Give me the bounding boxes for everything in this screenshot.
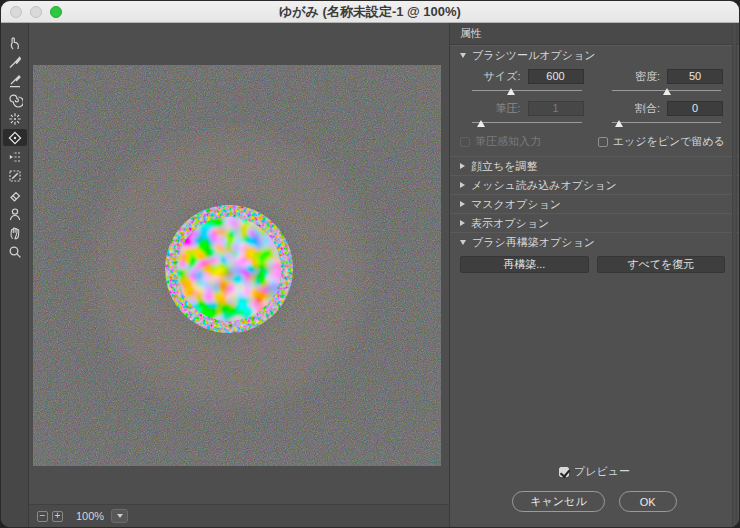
thaw-mask-icon: [7, 187, 23, 203]
size-label: サイズ:: [484, 69, 521, 84]
preview-checkbox[interactable]: プレビュー: [559, 464, 630, 479]
reconstruct-button[interactable]: 再構築...: [460, 256, 589, 273]
disclosure-closed-icon: [460, 201, 465, 207]
section-face-aware[interactable]: 顔立ちを調整: [450, 156, 739, 175]
pucker-tool[interactable]: [3, 110, 27, 127]
checkbox-icon: [598, 137, 608, 147]
slider-track: [612, 122, 722, 123]
checkbox-icon: [460, 137, 470, 147]
hand-icon: [7, 225, 23, 241]
restore-all-button[interactable]: すべてを復元: [597, 256, 726, 273]
dialog-content: − + 100% 属性 ブラシツールオプション サイズ:: [1, 23, 739, 527]
disclosure-closed-icon: [460, 182, 465, 188]
section-brush-tool-options[interactable]: ブラシツールオプション: [450, 45, 739, 64]
size-slider[interactable]: [472, 86, 582, 97]
slider-track: [472, 90, 582, 91]
thaw-mask-tool[interactable]: [3, 186, 27, 203]
reconstruct-icon: [7, 54, 23, 70]
stylus-pressure-checkbox: 筆圧感知入力: [460, 134, 541, 149]
zoom-window-button[interactable]: [50, 6, 62, 18]
density-input[interactable]: [667, 69, 723, 84]
bloat-icon: [7, 130, 23, 146]
reconstruct-tool[interactable]: [3, 53, 27, 70]
preview-checkbox-box: [559, 467, 569, 477]
minimize-button[interactable]: [30, 6, 42, 18]
zoom-level-value: 100%: [76, 510, 104, 522]
liquify-dialog: ゆがみ (名称未設定-1 @ 100%): [0, 0, 740, 528]
panel-title: 属性: [450, 23, 739, 45]
action-buttons: キャンセル OK: [512, 491, 676, 512]
zoom-icon: [7, 244, 23, 260]
pucker-icon: [7, 111, 23, 127]
smooth-tool[interactable]: [3, 72, 27, 89]
close-button[interactable]: [10, 6, 22, 18]
preview-label: プレビュー: [574, 464, 630, 479]
push-left-tool[interactable]: [3, 148, 27, 165]
ok-button[interactable]: OK: [619, 491, 677, 512]
section-label: ブラシツールオプション: [472, 48, 596, 63]
zoom-tool[interactable]: [3, 243, 27, 260]
disclosure-closed-icon: [460, 220, 465, 226]
hand-tool[interactable]: [3, 224, 27, 241]
disclosure-closed-icon: [460, 163, 465, 169]
slider-thumb[interactable]: [507, 88, 515, 95]
brush-options-controls: サイズ: 密度:: [450, 64, 739, 133]
properties-panel: 属性 ブラシツールオプション サイズ:: [449, 23, 739, 527]
rate-label: 割合:: [635, 101, 660, 116]
traffic-lights: [10, 6, 62, 18]
freeze-mask-icon: [7, 168, 23, 184]
rate-slider[interactable]: [612, 118, 722, 129]
canvas-statusbar: − + 100%: [29, 504, 449, 527]
cancel-button[interactable]: キャンセル: [512, 491, 604, 512]
twirl-clockwise-tool[interactable]: [3, 91, 27, 108]
panel-scrollbar[interactable]: [732, 23, 737, 527]
preview-image[interactable]: [33, 65, 441, 466]
dialog-footer: プレビュー キャンセル OK: [450, 464, 739, 527]
forward-warp-tool[interactable]: [3, 34, 27, 51]
disclosure-open-icon: [460, 53, 466, 58]
section-label: メッシュ読み込みオプション: [471, 178, 617, 193]
disclosure-open-icon: [460, 240, 466, 245]
stylus-pressure-label: 筆圧感知入力: [475, 134, 541, 149]
section-label: 表示オプション: [471, 216, 549, 231]
size-input[interactable]: [528, 69, 584, 84]
section-view-options[interactable]: 表示オプション: [450, 213, 739, 232]
zoom-level-dropdown[interactable]: [111, 509, 128, 523]
bloat-tool[interactable]: [3, 129, 27, 146]
density-field: 密度:: [600, 67, 724, 99]
pressure-label: 筆圧:: [495, 101, 520, 116]
pin-edges-checkbox[interactable]: エッジをピンで留める: [598, 134, 725, 149]
section-label: ブラシ再構築オプション: [472, 235, 595, 250]
rate-field: 割合:: [600, 99, 724, 131]
twirl-icon: [7, 92, 23, 108]
density-slider[interactable]: [612, 86, 722, 97]
slider-thumb[interactable]: [477, 120, 485, 127]
section-label: マスクオプション: [471, 197, 561, 212]
section-load-mesh-options[interactable]: メッシュ読み込みオプション: [450, 175, 739, 194]
face-icon: [7, 206, 23, 222]
push-left-icon: [7, 149, 23, 165]
zoom-out-button[interactable]: −: [37, 511, 48, 522]
pressure-slider[interactable]: [472, 118, 582, 129]
reconstruct-buttons: 再構築... すべてを復元: [450, 251, 739, 282]
slider-thumb[interactable]: [615, 120, 623, 127]
face-tool[interactable]: [3, 205, 27, 222]
section-brush-reconstruct-options[interactable]: ブラシ再構築オプション: [450, 232, 739, 251]
rate-input[interactable]: [667, 101, 723, 116]
section-mask-options[interactable]: マスクオプション: [450, 194, 739, 213]
forward-warp-icon: [7, 35, 23, 51]
section-label: 顔立ちを調整: [471, 159, 538, 174]
freeze-mask-tool[interactable]: [3, 167, 27, 184]
panel-spacer: [450, 282, 739, 464]
zoom-in-button[interactable]: +: [52, 511, 63, 522]
liquify-toolbar: [1, 23, 29, 527]
slider-track: [472, 122, 582, 123]
slider-thumb[interactable]: [663, 88, 671, 95]
chevron-down-icon: [117, 514, 123, 518]
window-title: ゆがみ (名称未設定-1 @ 100%): [279, 3, 461, 21]
pressure-input: [528, 101, 584, 116]
size-field: サイズ:: [460, 67, 584, 99]
preview-canvas-area: − + 100%: [29, 23, 449, 527]
pin-edges-label: エッジをピンで留める: [613, 134, 725, 149]
title-bar: ゆがみ (名称未設定-1 @ 100%): [1, 1, 739, 23]
